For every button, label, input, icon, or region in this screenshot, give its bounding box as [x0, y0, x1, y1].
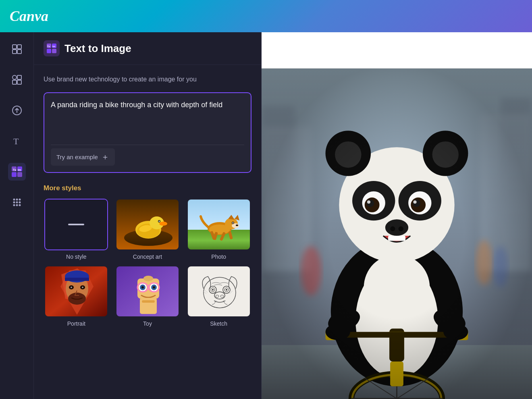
svg-point-65 — [82, 287, 83, 288]
svg-point-16 — [13, 199, 15, 201]
svg-rect-2 — [12, 50, 17, 54]
svg-point-50 — [232, 222, 233, 224]
svg-rect-61 — [65, 278, 89, 281]
svg-point-36 — [159, 222, 167, 226]
prompt-container[interactable]: Try an example ＋ — [44, 92, 251, 173]
svg-point-24 — [19, 204, 21, 206]
svg-point-71 — [141, 286, 144, 289]
svg-rect-28 — [52, 49, 56, 53]
svg-point-19 — [13, 202, 15, 204]
svg-rect-13 — [17, 172, 22, 177]
panel-description: Use brand new technology to create an im… — [44, 75, 251, 84]
style-item-no-style[interactable]: No style — [44, 199, 109, 260]
generated-image-container — [262, 69, 532, 399]
panel-content: Use brand new technology to create an im… — [34, 65, 261, 399]
svg-text:Tx: Tx — [47, 45, 50, 48]
svg-rect-12 — [12, 172, 17, 177]
style-label-portrait: Portrait — [67, 320, 85, 327]
svg-point-74 — [153, 286, 155, 289]
left-sidebar: T Tx Im — [0, 32, 34, 399]
styles-grid: No style — [44, 199, 251, 327]
canva-logo: Canva — [10, 8, 48, 25]
style-thumbnail-no-style — [44, 199, 108, 250]
style-thumbnail-sketch — [187, 266, 251, 317]
svg-rect-6 — [12, 80, 17, 84]
panel-header: Tx Im Text to Image — [34, 32, 261, 65]
svg-point-20 — [16, 202, 18, 204]
svg-rect-142 — [262, 69, 532, 399]
svg-rect-7 — [17, 80, 21, 84]
canvas-area — [262, 32, 532, 399]
prompt-footer: Try an example ＋ — [51, 145, 244, 166]
sidebar-item-text[interactable]: T — [8, 132, 26, 150]
svg-text:Im: Im — [18, 168, 21, 171]
svg-point-63 — [71, 287, 72, 288]
text-to-image-panel: Tx Im Text to Image Use brand new techno… — [34, 32, 262, 399]
svg-point-18 — [19, 199, 21, 201]
style-item-concept-art[interactable]: Concept art — [115, 199, 181, 260]
svg-point-68 — [143, 276, 153, 281]
svg-rect-0 — [12, 45, 17, 49]
svg-rect-3 — [17, 50, 21, 54]
svg-point-23 — [16, 204, 18, 206]
svg-rect-1 — [17, 45, 21, 49]
style-label-no-style: No style — [66, 254, 87, 260]
svg-point-48 — [236, 224, 238, 226]
style-item-sketch[interactable]: Sketch — [186, 266, 251, 327]
svg-text:T: T — [13, 136, 19, 146]
svg-rect-79 — [142, 300, 155, 303]
svg-rect-27 — [47, 49, 51, 53]
styles-section: More styles No style — [44, 184, 251, 327]
svg-point-59 — [68, 293, 86, 305]
svg-point-22 — [13, 204, 15, 206]
svg-point-17 — [16, 199, 18, 201]
sidebar-item-apps[interactable] — [8, 193, 26, 211]
style-item-photo[interactable]: Photo — [186, 199, 251, 260]
style-label-sketch: Sketch — [210, 320, 227, 327]
more-styles-label: More styles — [44, 184, 251, 192]
sidebar-item-uploads[interactable] — [8, 102, 26, 119]
no-style-dash — [68, 224, 84, 225]
style-item-portrait[interactable]: Portrait — [44, 266, 109, 327]
svg-text:Im: Im — [52, 45, 55, 48]
style-label-concept-art: Concept art — [133, 254, 162, 260]
svg-text:Tx: Tx — [13, 168, 16, 171]
plus-icon: ＋ — [101, 152, 109, 162]
panda-image — [262, 69, 532, 399]
prompt-input[interactable] — [51, 100, 244, 140]
try-example-label: Try an example — [56, 154, 98, 160]
style-thumbnail-concept-art — [116, 199, 179, 250]
panel-title: Text to Image — [64, 42, 131, 55]
svg-point-4 — [12, 75, 17, 79]
style-thumbnail-portrait — [44, 266, 108, 317]
sidebar-item-shapes[interactable] — [8, 71, 26, 89]
sidebar-item-text-to-image[interactable]: Tx Im — [8, 163, 26, 181]
app-header: Canva — [0, 0, 532, 32]
svg-point-84 — [212, 289, 214, 291]
canvas-toolbar — [262, 32, 532, 69]
panel-header-icon: Tx Im — [44, 40, 60, 56]
svg-point-38 — [158, 221, 160, 222]
style-thumbnail-toy — [116, 266, 179, 317]
style-thumbnail-photo — [187, 199, 251, 250]
try-example-button[interactable]: Try an example ＋ — [51, 148, 115, 166]
svg-rect-5 — [17, 75, 21, 79]
style-label-toy: Toy — [143, 320, 152, 327]
svg-point-87 — [226, 289, 227, 291]
svg-point-21 — [19, 202, 21, 204]
style-item-toy[interactable]: Toy — [115, 266, 181, 327]
style-label-photo: Photo — [211, 254, 226, 260]
sidebar-item-elements[interactable] — [8, 40, 26, 58]
main-area: T Tx Im — [0, 32, 532, 399]
